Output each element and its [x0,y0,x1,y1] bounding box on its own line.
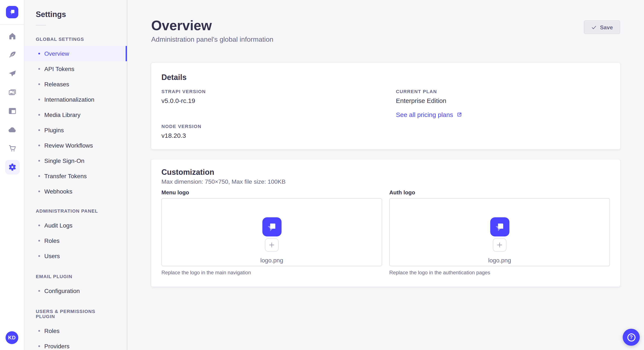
bullet-icon [38,83,40,85]
sidebar-item-label: Single Sign-On [44,157,84,164]
page-header: Overview Administration panel's global i… [151,0,620,43]
save-button[interactable]: Save [584,20,620,34]
strapi-logo[interactable] [6,6,18,18]
auth-logo-add-button[interactable] [493,238,506,252]
users-permissions-menu: Roles Providers [24,323,127,350]
sidebar-item-review-workflows[interactable]: Review Workflows [24,138,127,153]
section-email-plugin: EMAIL PLUGIN [36,274,116,279]
current-plan-field: CURRENT PLAN Enterprise Edition [396,89,610,104]
strapi-logo-glyph [493,220,506,233]
administration-panel-menu: Audit Logs Roles Users [24,218,127,264]
strapi-version-value: v5.0.0-rc.19 [162,97,376,104]
bullet-icon [38,290,40,292]
node-version-label: NODE VERSION [162,124,376,129]
sidebar-item-transfer-tokens[interactable]: Transfer Tokens [24,169,127,184]
pricing-plans-link-label: See all pricing plans [396,111,453,118]
sidebar-item-label: Providers [44,343,70,350]
bullet-icon [38,330,40,332]
sidebar-item-webhooks[interactable]: Webhooks [24,184,127,199]
menu-logo-add-button[interactable] [265,238,278,252]
page-subtitle: Administration panel's global informatio… [151,36,274,43]
sidebar-item-up-roles[interactable]: Roles [24,323,127,339]
bullet-icon [38,175,40,177]
sidebar-item-single-sign-on[interactable]: Single Sign-On [24,153,127,169]
sidebar-item-plugins[interactable]: Plugins [24,123,127,138]
sidebar-item-label: Configuration [44,288,80,294]
title-divider [36,25,46,25]
gear-icon[interactable] [0,158,24,176]
sidebar-item-label: Transfer Tokens [44,173,87,179]
sidebar-item-label: Media Library [44,111,80,118]
email-plugin-menu: Configuration [24,283,127,299]
customization-heading: Customization [162,168,610,177]
menu-logo-dropzone[interactable]: logo.png [162,198,382,266]
strapi-logo-glyph [8,8,16,16]
sidebar-item-media-library[interactable]: Media Library [24,107,127,123]
bullet-icon [38,129,40,131]
node-version-field: NODE VERSION v18.20.3 [162,124,376,139]
strapi-version-field: STRAPI VERSION v5.0.0-rc.19 [162,89,376,104]
auth-logo-group: Auth logo logo.png [389,189,610,276]
menu-logo-caption: Replace the logo in the main navigation [162,270,382,276]
question-mark-icon: ? [627,333,635,341]
user-avatar[interactable]: KD [6,331,18,344]
auth-logo-dropzone[interactable]: logo.png [389,198,610,266]
bullet-icon [38,114,40,116]
sidebar-item-label: Audit Logs [44,222,72,229]
current-plan-label: CURRENT PLAN [396,89,610,94]
save-button-label: Save [600,24,613,30]
app-window: KD Settings GLOBAL SETTINGS Overview API… [0,0,644,350]
sidebar-item-email-configuration[interactable]: Configuration [24,283,127,299]
menu-logo-group: Menu logo logo.png [162,189,382,276]
images-icon[interactable] [0,83,24,102]
bullet-icon [38,160,40,162]
bullet-icon [38,190,40,192]
sidebar-item-overview[interactable]: Overview [24,46,127,61]
sidebar-item-up-providers[interactable]: Providers [24,339,127,350]
cart-icon[interactable] [0,139,24,158]
sidebar-item-admin-users[interactable]: Users [24,248,127,264]
bullet-icon [38,255,40,257]
layout-icon[interactable] [0,102,24,120]
sidebar-item-label: Roles [44,237,60,244]
customization-card: Customization Max dimension: 750×750, Ma… [151,160,620,287]
cloud-icon[interactable] [0,120,24,139]
plus-icon [268,242,275,248]
settings-sidebar: Settings GLOBAL SETTINGS Overview API To… [24,0,127,350]
menu-logo-preview [262,217,281,236]
help-button[interactable]: ? [623,329,640,346]
sidebar-item-admin-roles[interactable]: Roles [24,233,127,248]
global-settings-menu: Overview API Tokens Releases Internation… [24,46,127,199]
bullet-icon [38,68,40,70]
auth-logo-label: Auth logo [389,189,610,196]
feather-icon[interactable] [0,45,24,64]
section-users-permissions-plugin: USERS & PERMISSIONS PLUGIN [36,309,116,319]
strapi-version-label: STRAPI VERSION [162,89,376,94]
section-administration-panel: ADMINISTRATION PANEL [36,208,116,213]
sidebar-item-label: Overview [44,50,69,57]
check-icon [591,24,596,30]
auth-logo-preview [490,217,509,236]
sidebar-item-api-tokens[interactable]: API Tokens [24,61,127,77]
rail-divider [0,24,24,25]
plus-icon [496,242,503,248]
auth-logo-filename: logo.png [488,257,511,264]
sidebar-item-releases[interactable]: Releases [24,77,127,92]
details-left-column: STRAPI VERSION v5.0.0-rc.19 NODE VERSION… [162,89,376,139]
paper-plane-icon[interactable] [0,64,24,83]
gear-active-tile [5,160,20,174]
pricing-plans-link[interactable]: See all pricing plans [396,111,462,118]
sidebar-item-label: API Tokens [44,65,74,72]
node-version-value: v18.20.3 [162,132,376,139]
sidebar-item-internationalization[interactable]: Internationalization [24,92,127,107]
menu-logo-filename: logo.png [260,257,283,264]
details-right-column: CURRENT PLAN Enterprise Edition See all … [396,89,610,139]
customization-constraints: Max dimension: 750×750, Max file size: 1… [162,178,610,185]
main-content: Overview Administration panel's global i… [127,0,644,350]
menu-logo-label: Menu logo [162,189,382,196]
sidebar-item-audit-logs[interactable]: Audit Logs [24,218,127,233]
section-global-settings: GLOBAL SETTINGS [36,37,116,42]
home-icon[interactable] [0,27,24,45]
sidebar-title: Settings [36,10,127,19]
sidebar-item-label: Internationalization [44,96,94,103]
